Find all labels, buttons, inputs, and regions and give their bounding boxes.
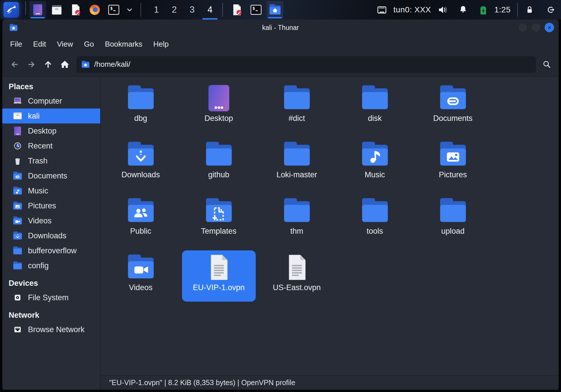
file-item-thm[interactable]: thm bbox=[258, 194, 336, 250]
window-menu-icon[interactable] bbox=[9, 23, 18, 32]
file-tile: Downloads bbox=[104, 138, 178, 189]
sidebar-item-label: Trash bbox=[28, 157, 48, 165]
menu-go[interactable]: Go bbox=[79, 36, 100, 52]
file-item-upload[interactable]: upload bbox=[414, 194, 492, 250]
sidebar-item-label: Computer bbox=[28, 97, 62, 106]
taskbar-terminal-window[interactable]: $ bbox=[248, 1, 264, 18]
sidebar-item-label: config bbox=[28, 261, 49, 270]
menu-bookmarks[interactable]: Bookmarks bbox=[99, 36, 148, 52]
sidebar-item-trash[interactable]: Trash bbox=[2, 153, 100, 168]
file-item-downloads[interactable]: Downloads bbox=[102, 138, 180, 194]
search-button[interactable] bbox=[539, 56, 555, 73]
sidebar-item-desktop[interactable]: Desktop bbox=[2, 123, 100, 138]
file-label: tools bbox=[367, 227, 383, 236]
sidebar-item-videos[interactable]: Videos bbox=[2, 213, 100, 228]
forward-icon bbox=[26, 59, 37, 70]
taskbar-file-manager-window[interactable] bbox=[267, 1, 283, 18]
taskbar-text-editor-window[interactable] bbox=[229, 1, 245, 18]
clock[interactable]: 1:25 bbox=[494, 5, 511, 14]
workspace-2[interactable]: 2 bbox=[165, 0, 183, 20]
menu-file[interactable]: File bbox=[5, 36, 28, 52]
panel-right: tun0: XXX 1:25 bbox=[376, 0, 556, 20]
menu-edit[interactable]: Edit bbox=[28, 36, 52, 52]
close-button[interactable] bbox=[545, 23, 554, 32]
sidebar-item-file-system[interactable]: File System bbox=[2, 290, 100, 305]
recent-clock-icon bbox=[13, 141, 22, 151]
sidebar-item-label: File System bbox=[28, 293, 69, 302]
file-item-videos[interactable]: Videos bbox=[102, 250, 180, 307]
main-pane: dbgDesktop#dictdiskDocumentsDownloadsgit… bbox=[101, 77, 559, 390]
home-button[interactable] bbox=[56, 56, 73, 73]
folder-plain-icon bbox=[281, 82, 313, 114]
workspace-1[interactable]: 1 bbox=[147, 0, 165, 20]
launcher-text-editor[interactable] bbox=[67, 1, 84, 18]
titlebar[interactable]: kali - Thunar bbox=[2, 20, 559, 36]
file-label: Desktop bbox=[204, 114, 233, 123]
file-item-templates[interactable]: Templates bbox=[180, 194, 258, 250]
file-label: Documents bbox=[433, 114, 473, 123]
path-bar[interactable]: /home/kali/ bbox=[77, 56, 536, 73]
up-button[interactable] bbox=[40, 56, 56, 73]
workspace-4[interactable]: 4 bbox=[201, 0, 219, 20]
top-panel: $ 1234 $ tun0: XXX 1:25 bbox=[0, 0, 561, 20]
panel-separator bbox=[517, 3, 518, 17]
file-item-public[interactable]: Public bbox=[102, 194, 180, 250]
sidebar-item-recent[interactable]: Recent bbox=[2, 138, 100, 153]
launcher-file-manager[interactable] bbox=[48, 1, 65, 18]
panel-separator bbox=[141, 3, 141, 17]
menu-view[interactable]: View bbox=[52, 36, 79, 52]
file-tile: Videos bbox=[104, 250, 178, 302]
sidebar-item-pictures[interactable]: Pictures bbox=[2, 198, 100, 213]
menu-help[interactable]: Help bbox=[148, 36, 174, 52]
back-icon bbox=[10, 59, 20, 70]
battery-icon[interactable] bbox=[477, 4, 489, 16]
sidebar-item-kali[interactable]: kali bbox=[2, 109, 100, 123]
home-icon bbox=[60, 59, 70, 70]
path-text: /home/kali/ bbox=[94, 60, 130, 69]
folder-plain-icon bbox=[281, 139, 313, 170]
sidebar-item-music[interactable]: Music bbox=[2, 183, 100, 198]
volume-icon[interactable] bbox=[437, 4, 449, 16]
path-folder-icon bbox=[81, 60, 90, 69]
menubar: FileEditViewGoBookmarksHelp bbox=[2, 36, 559, 52]
logout-icon[interactable] bbox=[545, 4, 556, 15]
minimize-button[interactable] bbox=[518, 23, 528, 32]
sidebar-item-computer[interactable]: Computer bbox=[2, 94, 100, 109]
launcher-terminal[interactable]: $ bbox=[105, 1, 122, 18]
launcher-kali-menu[interactable] bbox=[3, 1, 20, 18]
launcher-terminal-dropdown[interactable] bbox=[124, 1, 135, 18]
sidebar-item-label: Desktop bbox=[28, 127, 56, 136]
lock-screen-icon[interactable] bbox=[524, 5, 535, 15]
file-item-us-east-ovpn[interactable]: US-East.ovpn bbox=[258, 250, 336, 307]
sidebar-header-places: Places bbox=[2, 80, 100, 94]
sidebar-item-downloads[interactable]: Downloads bbox=[2, 228, 100, 243]
workspace-switcher: 1234 bbox=[147, 0, 219, 20]
file-item-documents[interactable]: Documents bbox=[414, 81, 492, 138]
file-item-disk[interactable]: disk bbox=[336, 81, 414, 138]
launcher-firefox[interactable] bbox=[86, 1, 103, 18]
sidebar-item-documents[interactable]: Documents bbox=[2, 168, 100, 183]
file-item-eu-vip-1-ovpn[interactable]: EU-VIP-1.ovpn bbox=[180, 250, 258, 307]
thunar-window: kali - Thunar FileEditViewGoBookmarksHel… bbox=[2, 20, 559, 390]
vpn-network-icon[interactable] bbox=[376, 4, 388, 16]
file-item-music[interactable]: Music bbox=[336, 138, 414, 194]
sidebar-item-browse-network[interactable]: Browse Network bbox=[2, 322, 100, 337]
maximize-button[interactable] bbox=[531, 23, 541, 32]
file-item-github[interactable]: github bbox=[180, 138, 258, 194]
sidebar-item-bufferoverflow[interactable]: bufferoverflow bbox=[2, 243, 100, 258]
sidebar-item-config[interactable]: config bbox=[2, 258, 100, 273]
back-button[interactable] bbox=[6, 56, 23, 73]
file-item-dict[interactable]: #dict bbox=[258, 81, 336, 138]
file-item-loki-master[interactable]: Loki-master bbox=[258, 138, 336, 194]
file-item-desktop[interactable]: Desktop bbox=[180, 81, 258, 138]
forward-button[interactable] bbox=[23, 56, 40, 73]
file-item-tools[interactable]: tools bbox=[336, 194, 414, 250]
desktop-gradient-icon bbox=[203, 82, 235, 114]
app-files-icon bbox=[50, 3, 63, 16]
workspace-3[interactable]: 3 bbox=[183, 0, 201, 20]
file-item-pictures[interactable]: Pictures bbox=[414, 138, 492, 194]
launcher-show-desktop[interactable] bbox=[29, 1, 46, 18]
file-tile: Loki-master bbox=[260, 138, 334, 189]
file-item-dbg[interactable]: dbg bbox=[102, 81, 180, 138]
notifications-bell-icon[interactable] bbox=[458, 4, 469, 15]
